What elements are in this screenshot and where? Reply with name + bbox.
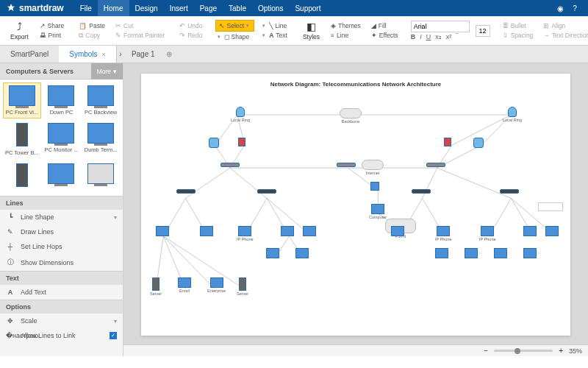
select-tool[interactable]: ↖ Select ▾ [215,20,255,32]
zoom-out-button[interactable]: − [484,347,488,355]
superscript-button[interactable]: x² [446,33,452,40]
notifications-icon[interactable]: ◉ [553,4,567,13]
zoom-value: 35% [569,347,582,355]
symbol-category[interactable]: Computers & Servers [0,68,91,75]
menubar: smartdraw File Home Design Insert Page T… [0,0,588,16]
symbol-pc-front[interactable]: PC Front Vi... [3,82,41,118]
line-shape-row[interactable]: ┗Line Shape▾ [0,210,123,224]
symbol-8[interactable] [43,160,81,193]
undo-button[interactable]: ↶ Undo [177,21,204,30]
print-button[interactable]: 🖶 Print [37,31,67,40]
symbol-pc-tower[interactable]: PC Tower B... [3,120,41,159]
app-logo: smartdraw [6,3,64,13]
text-direction-button[interactable]: → Text Direction [541,31,588,40]
underline-button[interactable]: U [426,33,431,40]
font-input[interactable] [411,21,470,32]
svg-line-12 [185,168,229,198]
symbol-9[interactable] [82,160,120,193]
svg-line-16 [437,168,512,198]
ribbon: ⤴Export ↗ Share 🖶 Print 📋 Paste ⧉ Copy ✂… [0,16,588,46]
line-tool[interactable]: ▾╲ Line [260,21,290,30]
menu-table[interactable]: Table [223,0,252,16]
text-section-header: Text [0,272,123,285]
align-button[interactable]: ⊞ Align [541,21,588,30]
panel-tabs: SmartPanel Symbols× › Page 1 ⊕ [0,46,588,63]
close-icon[interactable]: × [102,51,106,58]
shape-tool[interactable]: ▾◻ Shape [215,32,255,41]
export-button[interactable]: ⤴Export [4,18,35,43]
menu-support[interactable]: Support [289,0,326,16]
canvas-area[interactable]: Network Diagram: Telecommunications Netw… [123,63,588,356]
symbol-pc-backview[interactable]: PC Backview [82,82,120,118]
menu-file[interactable]: File [74,0,98,16]
menu-insert[interactable]: Insert [164,0,194,16]
symbol-grid: PC Front Vi... Down PC PC Backview PC To… [0,79,123,196]
subscript-button[interactable]: x₂ [435,33,442,40]
copy-button[interactable]: ⧉ Copy [76,31,107,40]
fill-button[interactable]: ◢ Fill [369,21,401,30]
themes-button[interactable]: ◈ Themes [329,21,363,30]
paste-button[interactable]: 📋 Paste [76,21,107,30]
cut-button[interactable]: ✂ Cut [113,21,167,30]
show-dimensions-row[interactable]: ⓘShow Dimensions [0,254,123,271]
spacing-button[interactable]: ⇳ Spacing [501,31,536,40]
sidebar: Computers & Servers More ▾ PC Front Vi..… [0,63,123,356]
menu-design[interactable]: Design [129,0,164,16]
help-icon[interactable]: ? [567,4,582,13]
symbol-pc-monitor[interactable]: PC Monitor ... [43,120,81,159]
italic-button[interactable]: I [420,33,422,40]
statusbar: − + 35% [123,344,588,356]
font-size-input[interactable] [476,25,490,37]
diagram-canvas[interactable]: Network Diagram: Telecommunications Netw… [141,74,570,336]
set-hops-row[interactable]: ┼Set Line Hops [0,239,123,254]
redo-button[interactable]: ↷ Redo [177,31,204,40]
symbol-down-pc[interactable]: Down PC [43,82,81,118]
styles-button[interactable]: ◧Styles [297,18,326,43]
line-style-button[interactable]: ≡ Line [329,31,363,40]
share-button[interactable]: ↗ Share [37,21,67,30]
add-page-button[interactable]: ⊕ [162,46,176,63]
menu-page[interactable]: Page [194,0,223,16]
draw-lines-row[interactable]: ✎Draw Lines [0,224,123,239]
tab-scroll-right[interactable]: › [117,46,124,63]
bold-button[interactable]: B [411,33,416,40]
effects-button[interactable]: ✦ Effects [369,31,401,40]
symbol-dumb-term[interactable]: Dumb Term... [82,120,120,159]
font-color-button[interactable]: ‾ [456,33,458,40]
add-text-row[interactable]: AAdd Text [0,285,123,300]
checkbox-icon[interactable]: ✓ [110,332,117,339]
svg-line-30 [163,236,245,289]
menu-home[interactable]: Home [98,0,129,16]
text-tool[interactable]: ▾A Text [260,31,290,40]
format-painter-button[interactable]: ✎ Format Painter [113,31,167,40]
svg-line-13 [230,168,267,198]
allow-link-row[interactable]: �настроюAllow Lines to Link✓ [0,328,123,343]
more-button[interactable]: More ▾ [91,63,123,79]
tab-smartpanel[interactable]: SmartPanel [0,46,59,63]
lines-section-header: Lines [0,197,123,210]
diagram-title: Network Diagram: Telecommunications Netw… [141,74,570,92]
svg-line-15 [423,168,437,198]
tab-symbols[interactable]: Symbols× [59,46,117,63]
bullet-button[interactable]: ≣ Bullet [501,21,536,30]
options-section-header: Options [0,300,123,314]
zoom-in-button[interactable]: + [559,347,563,355]
tab-page1[interactable]: Page 1 [124,46,162,63]
symbol-7[interactable] [3,160,41,193]
scale-row[interactable]: ✥Scale▾ [0,314,123,328]
zoom-slider[interactable] [494,350,553,352]
menu-options[interactable]: Options [252,0,289,16]
